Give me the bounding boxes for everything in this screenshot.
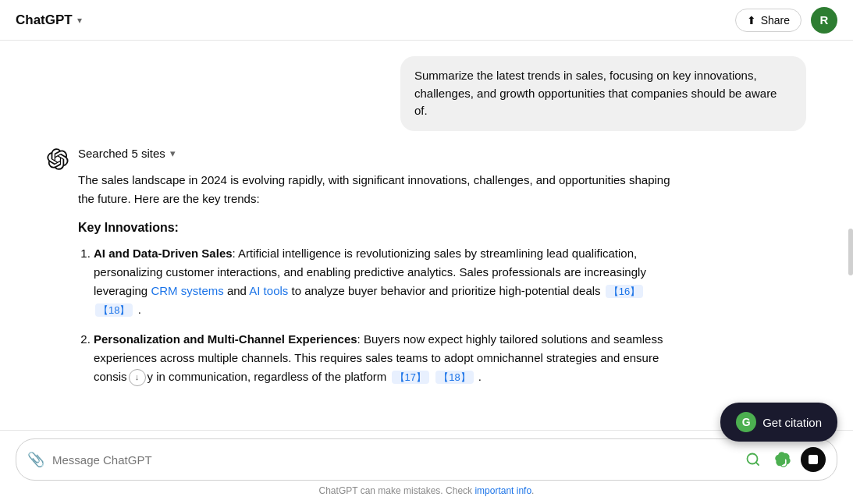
header-left: ChatGPT ▾ xyxy=(16,12,82,28)
user-message-text: Summarize the latest trends in sales, fo… xyxy=(414,69,777,117)
searched-sites-chevron-icon: ▾ xyxy=(170,147,176,159)
item-1-body-3: to analyze buyer behavior and prioritize… xyxy=(288,284,603,297)
scroll-down-icon: ↓ xyxy=(129,369,146,386)
searched-sites-text: Searched 5 sites xyxy=(78,147,165,160)
chatgpt-tools-icon[interactable] xyxy=(771,448,794,471)
key-innovations-list: AI and Data-Driven Sales: Artificial int… xyxy=(78,244,687,386)
section-heading: Key Innovations: xyxy=(78,221,687,235)
disclaimer-link[interactable]: important info xyxy=(474,485,531,496)
stop-icon xyxy=(809,455,818,464)
ai-response-row: Searched 5 sites ▾ The sales landscape i… xyxy=(0,147,853,397)
item-1-body-2: and xyxy=(224,284,250,297)
input-area: 📎 ChatGPT can xyxy=(0,430,853,504)
share-upload-icon: ⬆ xyxy=(747,14,756,27)
item-2-period: . xyxy=(475,370,482,383)
citation-18b[interactable]: 【18】 xyxy=(435,371,473,384)
list-item: AI and Data-Driven Sales: Artificial int… xyxy=(94,244,687,319)
item-1-title: AI and Data-Driven Sales xyxy=(94,247,233,260)
input-box: 📎 xyxy=(16,438,837,481)
g-icon: G xyxy=(736,412,756,432)
item-2-title: Personalization and Multi-Channel Experi… xyxy=(94,332,357,346)
disclaimer: ChatGPT can make mistakes. Check importa… xyxy=(16,481,837,501)
stop-button[interactable] xyxy=(801,447,826,472)
share-button[interactable]: ⬆ Share xyxy=(735,9,801,32)
attach-icon[interactable]: 📎 xyxy=(27,451,44,468)
citation-17[interactable]: 【17】 xyxy=(392,371,429,384)
app-title: ChatGPT xyxy=(16,12,73,28)
item-2-colon: : xyxy=(357,332,361,346)
avatar: R xyxy=(811,7,837,34)
user-bubble: Summarize the latest trends in sales, fo… xyxy=(400,56,806,131)
item-2-body-2: y in communication, regardless of the pl… xyxy=(147,370,387,383)
chat-scroll: Summarize the latest trends in sales, fo… xyxy=(0,41,853,430)
title-chevron-icon[interactable]: ▾ xyxy=(77,15,82,26)
share-label: Share xyxy=(761,14,790,27)
header-right: ⬆ Share R xyxy=(735,7,837,34)
crm-link[interactable]: CRM systems xyxy=(151,284,223,297)
scroll-bar[interactable] xyxy=(848,229,853,275)
ai-tools-link[interactable]: AI tools xyxy=(249,284,288,297)
disclaimer-text: ChatGPT can make mistakes. Check xyxy=(319,485,473,496)
list-item: Personalization and Multi-Channel Experi… xyxy=(94,330,687,386)
get-citation-button[interactable]: G Get citation xyxy=(720,403,837,442)
chatgpt-icon xyxy=(47,148,69,170)
response-intro: The sales landscape in 2024 is evolving … xyxy=(78,171,687,208)
item-1-colon: : xyxy=(233,247,236,260)
header: ChatGPT ▾ ⬆ Share R xyxy=(0,0,853,41)
disclaimer-end: . xyxy=(531,485,534,496)
g-letter: G xyxy=(742,416,751,428)
get-citation-label: Get citation xyxy=(762,416,822,429)
searched-sites-row[interactable]: Searched 5 sites ▾ xyxy=(78,147,687,160)
item-1-period: . xyxy=(134,303,140,316)
citation-18[interactable]: 【18】 xyxy=(95,303,133,317)
ai-content: Searched 5 sites ▾ The sales landscape i… xyxy=(78,147,687,397)
svg-line-1 xyxy=(756,463,759,465)
search-toggle-icon[interactable] xyxy=(741,448,765,471)
user-message-row: Summarize the latest trends in sales, fo… xyxy=(0,56,853,147)
message-input[interactable] xyxy=(52,453,734,467)
citation-16[interactable]: 【16】 xyxy=(606,285,643,298)
input-right-icons xyxy=(741,447,826,472)
response-intro-text: The sales landscape in 2024 is evolving … xyxy=(78,173,670,205)
